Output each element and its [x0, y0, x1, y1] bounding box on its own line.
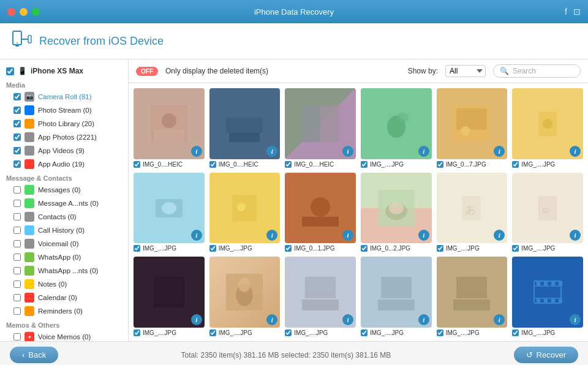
- sidebar-item-camera-roll[interactable]: 📷 Camera Roll (81): [0, 90, 128, 103]
- search-input[interactable]: [513, 67, 574, 75]
- app-audio-checkbox[interactable]: [13, 160, 21, 168]
- info-button[interactable]: i: [191, 230, 202, 241]
- photo-thumbnail[interactable]: ☺ i: [512, 173, 583, 244]
- facebook-icon[interactable]: f: [565, 7, 567, 17]
- photo-select-checkbox[interactable]: [361, 245, 368, 252]
- section-media-label: Media: [0, 78, 128, 90]
- photo-select-checkbox[interactable]: [361, 329, 368, 336]
- photo-thumbnail[interactable]: i: [134, 173, 205, 244]
- photo-select-checkbox[interactable]: [134, 161, 140, 168]
- sidebar-item-app-videos[interactable]: App Videos (9): [0, 144, 128, 157]
- calendar-checkbox[interactable]: [13, 294, 21, 301]
- info-button[interactable]: i: [418, 314, 429, 325]
- toggle-deleted-button[interactable]: OFF: [136, 67, 158, 76]
- photo-select-checkbox[interactable]: [209, 245, 216, 252]
- voice-memos-checkbox[interactable]: [13, 333, 21, 341]
- sidebar-item-voicemail[interactable]: Voicemail (0): [0, 237, 128, 250]
- photo-thumbnail[interactable]: i: [437, 88, 508, 159]
- photo-select-checkbox[interactable]: [512, 161, 519, 168]
- photo-select-checkbox[interactable]: [437, 329, 443, 336]
- device-checkbox[interactable]: [6, 67, 14, 75]
- sidebar-item-contacts[interactable]: Contacts (0): [0, 210, 128, 224]
- app-videos-checkbox[interactable]: [13, 147, 21, 154]
- sidebar-item-messages[interactable]: Messages (0): [0, 183, 128, 197]
- photo-thumbnail[interactable]: i: [361, 257, 432, 328]
- sidebar-item-app-photos[interactable]: App Photos (2221): [0, 130, 128, 144]
- sidebar-item-voice-memos[interactable]: ✦ Voice Memos (0): [0, 330, 128, 341]
- sidebar-item-message-attachments[interactable]: Message A...nts (0): [0, 197, 128, 210]
- info-button[interactable]: i: [570, 314, 581, 325]
- photo-thumbnail[interactable]: i: [361, 173, 432, 244]
- device-row[interactable]: 📱 iPhone XS Max: [0, 64, 128, 78]
- info-button[interactable]: i: [494, 146, 505, 157]
- sidebar-item-notes[interactable]: Notes (0): [0, 277, 128, 291]
- sidebar-item-reminders[interactable]: Reminders (0): [0, 304, 128, 318]
- photo-thumbnail[interactable]: あ i: [437, 173, 508, 244]
- minimize-button[interactable]: [20, 8, 28, 16]
- messages-checkbox[interactable]: [13, 186, 21, 194]
- photo-thumbnail[interactable]: i: [285, 173, 356, 244]
- photo-select-checkbox[interactable]: [134, 329, 140, 336]
- photo-filename: IMG_....JPG: [370, 329, 404, 336]
- info-button[interactable]: i: [418, 146, 429, 157]
- photo-thumbnail[interactable]: i: [512, 257, 583, 328]
- photo-select-checkbox[interactable]: [437, 245, 443, 252]
- photo-select-checkbox[interactable]: [285, 161, 292, 168]
- reminders-checkbox[interactable]: [13, 307, 21, 315]
- photo-thumbnail[interactable]: i: [134, 257, 205, 328]
- voicemail-checkbox[interactable]: [13, 240, 21, 247]
- notes-checkbox[interactable]: [13, 280, 21, 288]
- info-button[interactable]: i: [191, 146, 202, 157]
- photo-thumbnail[interactable]: i: [209, 257, 281, 328]
- close-button[interactable]: [7, 8, 15, 16]
- info-button[interactable]: i: [266, 146, 277, 157]
- photo-select-checkbox[interactable]: [134, 245, 140, 252]
- photo-label: IMG_0...2.JPG: [361, 245, 432, 252]
- sidebar-item-app-audio[interactable]: App Audio (19): [0, 157, 128, 171]
- photo-thumbnail[interactable]: i: [209, 88, 281, 159]
- photo-stream-checkbox[interactable]: [13, 107, 21, 114]
- photo-select-checkbox[interactable]: [512, 329, 519, 336]
- photo-thumbnail[interactable]: i: [512, 88, 583, 159]
- sidebar-item-call-history[interactable]: Call History (0): [0, 224, 128, 237]
- photo-thumbnail[interactable]: i: [209, 173, 281, 244]
- photo-select-checkbox[interactable]: [209, 329, 216, 336]
- sidebar-item-photo-library[interactable]: Photo Library (20): [0, 117, 128, 130]
- sidebar-item-calendar[interactable]: Calendar (0): [0, 291, 128, 304]
- svg-rect-54: [453, 299, 490, 310]
- photo-thumbnail[interactable]: i: [285, 257, 356, 328]
- photo-library-checkbox[interactable]: [13, 120, 21, 127]
- info-button[interactable]: i: [418, 230, 429, 241]
- sidebar-item-whatsapp[interactable]: WhatsApp (0): [0, 250, 128, 264]
- wa-attach-checkbox[interactable]: [13, 267, 21, 274]
- contacts-checkbox[interactable]: [13, 213, 21, 220]
- sidebar-item-photo-stream[interactable]: Photo Stream (0): [0, 103, 128, 117]
- info-button[interactable]: i: [191, 314, 202, 325]
- back-button[interactable]: ‹ Back: [10, 347, 58, 363]
- message-icon[interactable]: ⊡: [573, 7, 581, 17]
- msg-attach-checkbox[interactable]: [13, 200, 21, 207]
- photo-select-checkbox[interactable]: [361, 161, 368, 168]
- call-history-checkbox[interactable]: [13, 227, 21, 234]
- photo-select-checkbox[interactable]: [285, 329, 292, 336]
- camera-roll-checkbox[interactable]: [13, 93, 21, 100]
- info-button[interactable]: i: [570, 146, 581, 157]
- photo-select-checkbox[interactable]: [285, 245, 292, 252]
- sidebar-item-whatsapp-attachments[interactable]: WhatsApp ...nts (0): [0, 264, 128, 277]
- app-header: Recover from iOS Device: [0, 23, 588, 59]
- photo-thumbnail[interactable]: i: [361, 88, 432, 159]
- photo-select-checkbox[interactable]: [209, 161, 216, 168]
- svg-point-16: [396, 113, 409, 122]
- photo-thumbnail[interactable]: i: [285, 88, 356, 159]
- photo-thumbnail[interactable]: i: [134, 88, 205, 159]
- photo-select-checkbox[interactable]: [437, 161, 443, 168]
- recover-button[interactable]: ↺ Recover: [514, 347, 578, 363]
- photo-thumbnail[interactable]: i: [437, 257, 508, 328]
- info-button[interactable]: i: [342, 314, 353, 325]
- photo-select-checkbox[interactable]: [512, 245, 519, 252]
- info-button[interactable]: i: [342, 146, 353, 157]
- showby-select[interactable]: All Photos Videos: [445, 65, 486, 77]
- whatsapp-checkbox[interactable]: [13, 254, 21, 261]
- maximize-button[interactable]: [32, 8, 40, 16]
- app-photos-checkbox[interactable]: [13, 134, 21, 141]
